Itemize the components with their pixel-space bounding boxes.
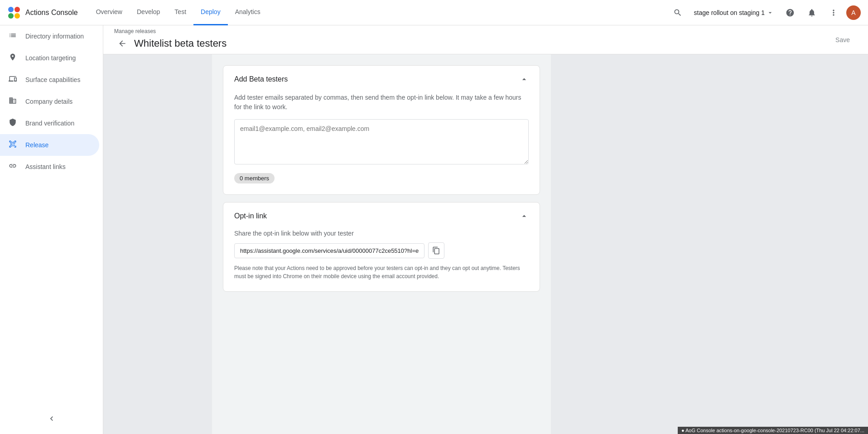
sidebar: Directory information Location targeting… — [0, 25, 103, 434]
opt-in-link-card: Opt-in link Share the opt-in link below … — [223, 202, 540, 292]
add-beta-testers-title: Add Beta testers — [234, 75, 288, 83]
notifications-button[interactable] — [803, 4, 821, 22]
copy-icon — [432, 246, 440, 255]
content-area: Add Beta testers Add tester emails separ… — [212, 54, 551, 434]
sidebar-label-surface: Surface capabilities — [25, 76, 80, 83]
sidebar-label-release: Release — [25, 141, 48, 149]
chevron-down-icon — [767, 9, 774, 16]
opt-in-description: Share the opt-in link below with your te… — [234, 230, 529, 237]
sidebar-label-location: Location targeting — [25, 54, 76, 62]
copy-link-button[interactable] — [428, 242, 444, 259]
add-beta-testers-card: Add Beta testers Add tester emails separ… — [223, 65, 540, 195]
sidebar-label-brand: Brand verification — [25, 120, 74, 127]
stage-selector[interactable]: stage rollout on staging 1 — [690, 9, 777, 16]
content-outer: Add Beta testers Add tester emails separ… — [103, 54, 868, 434]
chevron-left-icon — [47, 414, 56, 423]
shield-icon — [7, 118, 18, 129]
sidebar-item-directory[interactable]: Directory information — [0, 25, 99, 47]
left-gray-area — [103, 54, 212, 434]
nav-deploy[interactable]: Deploy — [193, 0, 228, 25]
page-header: Manage releases Whitelist beta testers S… — [103, 25, 868, 54]
sidebar-item-location[interactable]: Location targeting — [0, 47, 99, 69]
page-header-left: Manage releases Whitelist beta testers — [114, 28, 227, 52]
link-row — [234, 242, 529, 259]
content-wrapper: Add Beta testers Add tester emails separ… — [223, 65, 540, 423]
right-gray-area — [551, 54, 868, 434]
back-arrow-icon — [118, 39, 127, 48]
members-count: 0 members — [240, 175, 269, 182]
back-button[interactable] — [114, 35, 130, 52]
app-header: Actions Console Overview Develop Test De… — [0, 0, 868, 25]
opt-in-link-body: Share the opt-in link below with your te… — [223, 230, 540, 291]
email-input[interactable] — [234, 119, 529, 164]
avatar[interactable]: A — [846, 5, 861, 20]
sidebar-label-company: Company details — [25, 98, 72, 105]
svg-point-2 — [8, 13, 14, 19]
devices-icon — [7, 75, 18, 85]
search-button[interactable] — [669, 4, 687, 22]
sidebar-item-release[interactable]: Release — [0, 134, 99, 156]
sidebar-item-assistant-links[interactable]: Assistant links — [0, 156, 99, 178]
opt-in-link-header[interactable]: Opt-in link — [223, 203, 540, 230]
list-icon — [7, 31, 18, 42]
page-title-row: Whitelist beta testers — [114, 35, 227, 52]
sidebar-label-assistant-links: Assistant links — [25, 163, 66, 170]
status-bar: ● AoG Console actions-on-google-console-… — [678, 427, 868, 434]
google-logo-icon — [7, 6, 21, 19]
sidebar-label-directory: Directory information — [25, 33, 84, 40]
collapse-icon — [520, 75, 529, 84]
help-icon — [786, 8, 795, 17]
add-beta-testers-body: Add tester emails separated by commas, t… — [223, 93, 540, 194]
nav-develop[interactable]: Develop — [130, 0, 167, 25]
sidebar-item-company[interactable]: Company details — [0, 91, 99, 112]
save-button[interactable]: Save — [828, 33, 857, 47]
nav-analytics[interactable]: Analytics — [228, 0, 268, 25]
add-beta-testers-description: Add tester emails separated by commas, t… — [234, 93, 529, 112]
svg-point-0 — [8, 7, 14, 12]
search-icon — [673, 8, 682, 17]
svg-point-1 — [14, 7, 20, 12]
nav-test[interactable]: Test — [167, 0, 193, 25]
collapse-icon-2 — [520, 212, 529, 221]
link-icon — [7, 162, 18, 172]
status-text: ● AoG Console actions-on-google-console-… — [681, 428, 864, 433]
svg-point-3 — [14, 13, 20, 19]
business-icon — [7, 96, 18, 107]
app-title: Actions Console — [25, 9, 78, 17]
main-content: Manage releases Whitelist beta testers S… — [103, 25, 868, 434]
nav-overview[interactable]: Overview — [89, 0, 130, 25]
page-title: Whitelist beta testers — [134, 38, 227, 49]
sidebar-collapse-button[interactable] — [0, 410, 103, 427]
sidebar-item-brand[interactable]: Brand verification — [0, 112, 99, 134]
more-vert-icon — [829, 8, 838, 17]
opt-in-link-title: Opt-in link — [234, 212, 267, 220]
main-nav: Overview Develop Test Deploy Analytics — [89, 0, 669, 25]
help-button[interactable] — [781, 4, 799, 22]
stage-label: stage rollout on staging 1 — [694, 9, 765, 16]
header-right: stage rollout on staging 1 A — [669, 4, 861, 22]
rocket-icon — [7, 140, 18, 150]
breadcrumb: Manage releases — [114, 28, 227, 34]
opt-in-link-input[interactable] — [234, 243, 424, 258]
more-options-button[interactable] — [825, 4, 843, 22]
app-logo: Actions Console — [7, 6, 78, 19]
location-icon — [7, 53, 18, 63]
members-chip: 0 members — [234, 173, 275, 183]
bell-icon — [807, 8, 816, 17]
page-layout: Directory information Location targeting… — [0, 25, 868, 434]
add-beta-testers-header[interactable]: Add Beta testers — [223, 66, 540, 93]
sidebar-item-surface[interactable]: Surface capabilities — [0, 69, 99, 91]
opt-in-note: Please note that your Actions need to be… — [234, 264, 529, 280]
